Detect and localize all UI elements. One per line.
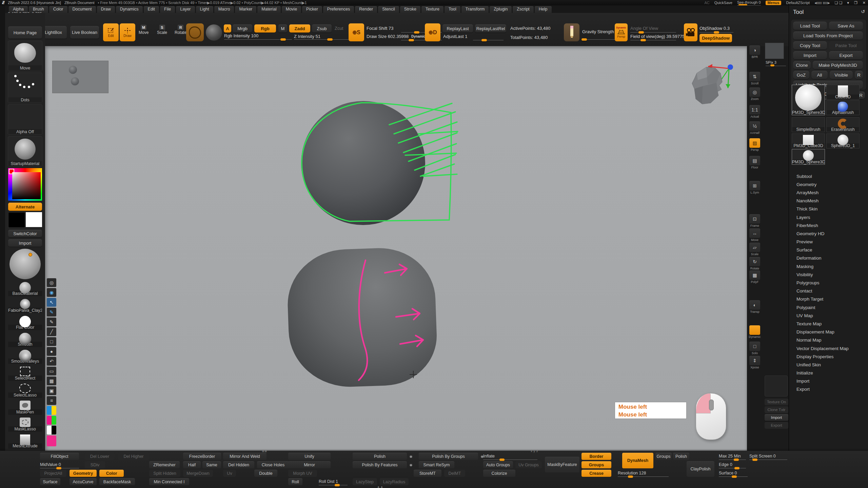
mrgb-button[interactable]: Mrgb <box>233 24 252 33</box>
menu-item[interactable]: Stroke <box>400 6 420 13</box>
aahalf-button[interactable]: ½ AAHalf <box>748 121 762 135</box>
split-hidden-button[interactable]: Split Hidden <box>149 470 180 477</box>
menu-item[interactable]: Dynamics <box>116 6 143 13</box>
swatch-blue-yellow[interactable] <box>47 406 56 415</box>
tool-section-item[interactable]: Export <box>789 385 868 393</box>
color-button[interactable]: Color <box>99 470 124 477</box>
see-through-slider[interactable]: See-through 0 <box>737 0 761 5</box>
line-tool-icon[interactable]: ╱ <box>47 327 56 336</box>
saturation-square[interactable] <box>12 172 41 199</box>
fillobject-button[interactable]: FillObject <box>40 453 79 460</box>
dynamic-button[interactable]: Dynamic <box>748 325 762 339</box>
maskbyfeature-button[interactable]: MaskByFeature <box>545 457 579 472</box>
backfacemask-button[interactable]: BackfaceMask <box>99 478 135 485</box>
tool-section-item[interactable]: Display Properties <box>789 352 868 361</box>
clipboard-icon[interactable]: ≡ <box>47 396 56 405</box>
snapshot-icon[interactable]: ▣ <box>47 386 56 395</box>
tool-section-item[interactable]: Vector Displacement Map <box>789 344 868 352</box>
lazyradius-button[interactable]: LazyRadius <box>380 478 409 485</box>
brush-thumbnail[interactable]: Move <box>8 41 42 71</box>
tool-section-item[interactable]: Morph Target <box>789 295 868 303</box>
replay-last-rel-button[interactable]: ReplayLastRel <box>475 24 506 33</box>
brush-smooth[interactable]: Smooth <box>8 331 42 347</box>
move-gyro-button[interactable]: M Move <box>139 25 149 35</box>
deep-shadow-button[interactable]: DeepShadow <box>699 34 732 42</box>
brush-selectrect[interactable]: SelectRect <box>8 365 42 381</box>
surface-button[interactable]: Surface <box>40 478 60 485</box>
del-hidden-button[interactable]: Del Hidden <box>223 461 254 468</box>
tool-section-item[interactable]: Layers <box>789 213 868 221</box>
groups-orange-button[interactable]: Groups <box>581 461 611 468</box>
material-preview-sphere[interactable] <box>9 249 41 279</box>
freezeborder-button[interactable]: FreezeBorder <box>183 453 221 460</box>
sphere-model[interactable] <box>301 101 425 225</box>
grid-icon[interactable]: ▦ <box>47 377 56 385</box>
swatch-white-black[interactable] <box>47 426 56 434</box>
live-boolean-button[interactable]: Live Boolean <box>70 26 99 39</box>
morph-uv-button[interactable]: Morph UV <box>288 470 317 477</box>
del-higher-button[interactable]: Del Higher <box>118 453 149 460</box>
goz-all-button[interactable]: All <box>811 71 828 79</box>
alpha-thumbnail[interactable]: Alpha Off <box>8 104 42 135</box>
default-zscript-button[interactable]: DefaultZScript <box>786 1 810 5</box>
restore-button[interactable]: ❐ <box>854 1 858 5</box>
material-basicmaterial[interactable]: BasicMaterial <box>8 281 42 296</box>
zcut-button[interactable]: Zcut <box>335 26 343 31</box>
home-page-tray-button[interactable]: Home Page <box>8 26 42 39</box>
half-button[interactable]: Half <box>183 461 201 468</box>
menu-item[interactable]: Picker <box>302 6 322 13</box>
rotate3d-button[interactable]: ↻ Rotate <box>748 257 762 270</box>
texture-import-button[interactable]: Import <box>765 414 788 421</box>
geometry-button[interactable]: Geometry <box>70 470 97 477</box>
double-button[interactable]: Double <box>254 470 277 477</box>
edit-button[interactable]: Edit <box>103 23 119 41</box>
tool-thumb-alphabrush[interactable]: AlphaBrush <box>826 100 860 115</box>
stroke-thumbnail[interactable]: Dots <box>8 73 42 103</box>
m-button[interactable]: M <box>278 24 287 33</box>
menu-item[interactable]: Texture <box>421 6 443 13</box>
split-screen-slider[interactable]: Split Screen 0 <box>749 453 787 460</box>
palette-reset-icon[interactable]: ↺ <box>861 9 865 14</box>
bpr-button[interactable]: ◑ BPR <box>748 45 762 59</box>
sdiv-button[interactable]: SDiv <box>85 461 105 468</box>
tool-section-item[interactable]: Visibility <box>789 270 868 279</box>
tool-section-item[interactable]: FiberMesh <box>789 221 868 229</box>
tool-section-item[interactable]: Thick Skin <box>789 205 868 213</box>
dynamesh-blob-model[interactable] <box>286 246 438 389</box>
tool-thumb-sphere3d-1[interactable]: Sphere3D_1 <box>826 134 860 148</box>
tool-section-item[interactable]: Polypaint <box>789 303 868 311</box>
copy-tool-button[interactable]: Copy Tool <box>793 41 827 49</box>
scale3d-button[interactable]: ▱ Scale <box>748 243 762 256</box>
clone-txtr-button[interactable]: Clone Txtr <box>765 406 788 413</box>
tool-section-item[interactable]: Unified Skin <box>789 361 868 369</box>
brush-smoothvalleys[interactable]: SmoothValleys <box>8 348 42 364</box>
material-thumbnail[interactable]: StartupMaterial <box>8 136 42 167</box>
rect-tool-icon[interactable]: □ <box>47 337 56 346</box>
menu-item[interactable]: Movie <box>282 6 301 13</box>
roll-dist-slider[interactable]: Roll Dist 1 <box>319 478 348 485</box>
uv-groups-button[interactable]: Uv Groups <box>515 461 542 468</box>
tool-section-item[interactable]: Masking <box>789 262 868 270</box>
tool-thumb-pm3d-cube3d[interactable]: PM3D_Cube3D <box>792 134 825 148</box>
menu-item[interactable]: Marker <box>235 6 256 13</box>
smart-resym-button[interactable]: Smart ReSym <box>419 461 454 468</box>
resolution-slider[interactable]: Resolution 128 <box>618 470 669 477</box>
tool-section-item[interactable]: UV Map <box>789 311 868 320</box>
save-as-button[interactable]: Save As <box>829 22 863 30</box>
storemt-button[interactable]: StoreMT <box>414 470 441 477</box>
movie-camera-icon[interactable] <box>684 23 697 41</box>
light-position-dot[interactable] <box>28 253 32 257</box>
material-flat-color[interactable]: Flat Color <box>8 314 42 330</box>
polyframe-button[interactable]: ▩ PolyF <box>748 270 762 284</box>
scale-gyro-button[interactable]: S Scale <box>157 25 167 35</box>
groups-button[interactable]: Groups <box>655 453 672 460</box>
unify-button[interactable]: Unify <box>288 453 331 460</box>
zoom-button[interactable]: ◎ Zoom <box>748 87 762 101</box>
actual-button[interactable]: 1:1 Actual <box>748 105 762 118</box>
minimize-button[interactable]: ▾ <box>847 1 849 5</box>
anchor-toggle[interactable]: A <box>224 24 231 33</box>
tool-section-item[interactable]: Surface <box>789 246 868 254</box>
tool-thumb-pm3d-sphere3d[interactable]: PM3D_Sphere3D <box>792 149 825 165</box>
document-canvas[interactable]: ◎◉↖✎✎╱□●↶▭▦▣≡ Mouse left Mouse left <box>45 46 747 451</box>
tool-thumb-cube3d[interactable]: Cube3D <box>826 85 860 100</box>
